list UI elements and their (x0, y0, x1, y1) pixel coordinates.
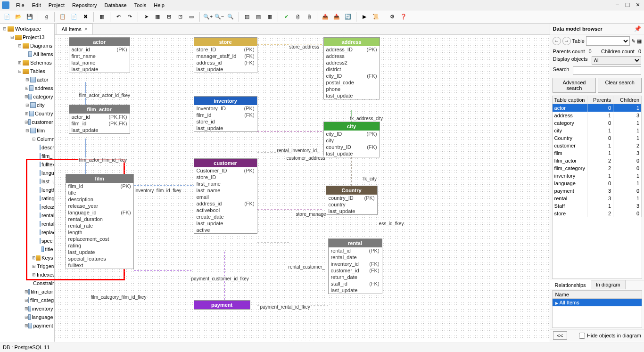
tree-constraints[interactable]: Constraints (1, 279, 53, 287)
entity-Country[interactable]: Countrycountry_ID(PK)countrylast_update (326, 186, 378, 215)
table-select[interactable] (586, 36, 630, 46)
grid-row-rental[interactable]: rental31 (553, 195, 642, 202)
grid-row-Staff[interactable]: Staff13 (553, 202, 642, 210)
tree-table-city[interactable]: ⊞city (1, 101, 53, 109)
nav-forward-icon[interactable]: → (562, 37, 571, 45)
tree-keys[interactable]: ⊞Keys (1, 254, 53, 262)
db2-icon[interactable]: 🛢 (304, 12, 314, 22)
menu-database[interactable]: Database (101, 1, 131, 9)
display-objects-select[interactable]: All (592, 56, 641, 65)
view-icon[interactable]: ⊡ (175, 12, 185, 22)
tree-column-film_id[interactable]: film_id (1, 152, 53, 160)
zoom-out-icon[interactable]: 🔍− (214, 12, 224, 22)
grid-toggle-icon[interactable]: ▦ (637, 38, 642, 44)
menu-project[interactable]: Project (45, 1, 68, 9)
entity-film[interactable]: filmfilm_id(PK)titledescriptionrelease_y… (66, 174, 134, 269)
grid-row-language[interactable]: language01 (553, 180, 642, 187)
tree-tables[interactable]: ⊟Tables (1, 67, 53, 75)
tree-table-Country[interactable]: ⊞Country (1, 109, 53, 118)
table-icon[interactable]: ▦ (97, 12, 107, 22)
tab-close-icon[interactable]: × (84, 26, 88, 33)
tree-diagrams[interactable]: ⊟Diagrams (1, 41, 53, 50)
relationship-list[interactable]: Name All Items (552, 290, 642, 328)
entity-inventory[interactable]: inventoryInventory_ID(PK)film_id(FK)stor… (194, 96, 257, 132)
tree-columns[interactable]: ⊟Columns (1, 135, 53, 143)
db-icon[interactable]: 🛢 (292, 12, 303, 22)
tree-table-actor[interactable]: ⊞actor (1, 75, 53, 84)
tree-column-special_features[interactable]: special_features (1, 237, 53, 245)
note-icon[interactable]: ▭ (186, 12, 197, 22)
undo-icon[interactable]: ↶ (113, 12, 124, 22)
open-icon[interactable]: 📂 (13, 12, 24, 22)
rel-item[interactable]: All Items (553, 299, 642, 306)
tree-table-film_category[interactable]: ⊞film_category (1, 296, 53, 304)
layout-icon[interactable]: ▥ (242, 12, 252, 22)
clear-search-button[interactable]: Clear search (598, 78, 642, 93)
tree-column-rental_rate[interactable]: rental_rate (1, 220, 53, 228)
tree-table-film_actor[interactable]: ⊞film_actor (1, 287, 53, 296)
tree-project[interactable]: ⊟Project13 (1, 33, 53, 41)
entity-actor[interactable]: actoractor_id(PK)first_namelast_namelast… (69, 37, 130, 73)
tree-indexes[interactable]: ⊞Indexes (1, 270, 53, 279)
zoom-in-icon[interactable]: 🔍+ (203, 12, 213, 22)
grid-icon[interactable]: ▦ (152, 12, 163, 22)
menu-file[interactable]: File (12, 1, 28, 9)
print-icon[interactable]: 🖨 (41, 12, 51, 22)
grid-row-customer[interactable]: customer12 (553, 142, 642, 149)
back-button[interactable]: << (553, 331, 568, 340)
redo-icon[interactable]: ↷ (124, 12, 135, 22)
tree-triggers[interactable]: ⊞Triggers (1, 262, 53, 270)
copy-icon[interactable]: 📋 (58, 12, 68, 22)
check-icon[interactable]: ✔ (281, 12, 291, 22)
menu-tools[interactable]: Tools (131, 1, 150, 9)
paste-icon[interactable]: 📄 (69, 12, 79, 22)
tree-column-rating[interactable]: rating (1, 194, 53, 203)
new-icon[interactable]: 📄 (2, 12, 12, 22)
entity-city[interactable]: citycity_ID(PK)citycountry_ID(FK)last_up… (323, 122, 380, 157)
grid-row-address[interactable]: address13 (553, 112, 642, 119)
tree-column-replacement_cost[interactable]: replacement_cost (1, 228, 53, 237)
edit-icon[interactable]: ✎ (631, 38, 636, 44)
tab-in-diagram[interactable]: In diagram (591, 280, 626, 289)
advanced-search-button[interactable]: Advanced search (553, 78, 596, 93)
zoom-fit-icon[interactable]: 🔍 (225, 12, 236, 22)
tree-workspace[interactable]: ⊟Workspace (1, 25, 53, 33)
grid-row-inventory[interactable]: inventory11 (553, 172, 642, 180)
entity-customer[interactable]: customerCustomer_ID(PK)store_IDfirst_nam… (194, 158, 257, 234)
tree-table-film[interactable]: ⊟film (1, 126, 53, 135)
search-input[interactable] (573, 66, 641, 75)
settings-icon[interactable]: ⚙ (387, 12, 397, 22)
tree-table-language[interactable]: ⊞language (1, 313, 53, 321)
import-icon[interactable]: 📥 (331, 12, 342, 22)
tree-table-payment[interactable]: ⊞payment (1, 321, 53, 330)
tree-column-language_id[interactable]: language_id (1, 169, 53, 177)
grid-row-Country[interactable]: Country01 (553, 134, 642, 142)
minimize-icon[interactable]: − (613, 1, 621, 8)
menu-edit[interactable]: Edit (28, 1, 45, 9)
nav-back-icon[interactable]: ← (553, 37, 561, 45)
tree-all-items[interactable]: All Items (1, 50, 53, 58)
tab-relationships[interactable]: Relationships (550, 280, 591, 289)
layout3-icon[interactable]: ▦ (264, 12, 275, 22)
export-icon[interactable]: 📤 (320, 12, 330, 22)
relation-icon[interactable]: ⊞ (164, 12, 174, 22)
grid-row-film_category[interactable]: film_category20 (553, 164, 642, 172)
hide-objects-checkbox[interactable] (579, 333, 585, 339)
tree-column-last_update[interactable]: last_update (1, 177, 53, 186)
tree-table-category[interactable]: ⊞category (1, 92, 53, 101)
tree-schemas[interactable]: ⊞Schemas (1, 58, 53, 67)
script-icon[interactable]: 📜 (371, 12, 381, 22)
tab-all-items[interactable]: All Items × (57, 24, 93, 34)
tree-column-description[interactable]: description (1, 143, 53, 152)
tree-column-fulltext[interactable]: fulltext (1, 160, 53, 169)
menu-help[interactable]: Help (150, 1, 168, 9)
entity-address[interactable]: addressaddress_ID(PK)addressaddress2dist… (323, 37, 380, 99)
grid-row-film[interactable]: film13 (553, 149, 642, 157)
layout2-icon[interactable]: ▤ (253, 12, 264, 22)
tree-table-inventory[interactable]: ⊞inventory (1, 304, 53, 313)
grid-row-actor[interactable]: actor01 (553, 104, 642, 112)
tree-table-address[interactable]: ⊞address (1, 84, 53, 92)
grid-row-film_actor[interactable]: film_actor20 (553, 157, 642, 164)
menu-repository[interactable]: Repository (68, 1, 101, 9)
entity-film_actor[interactable]: film_actoractor_id(PK,FK)film_id(PK,FK)l… (69, 105, 130, 134)
